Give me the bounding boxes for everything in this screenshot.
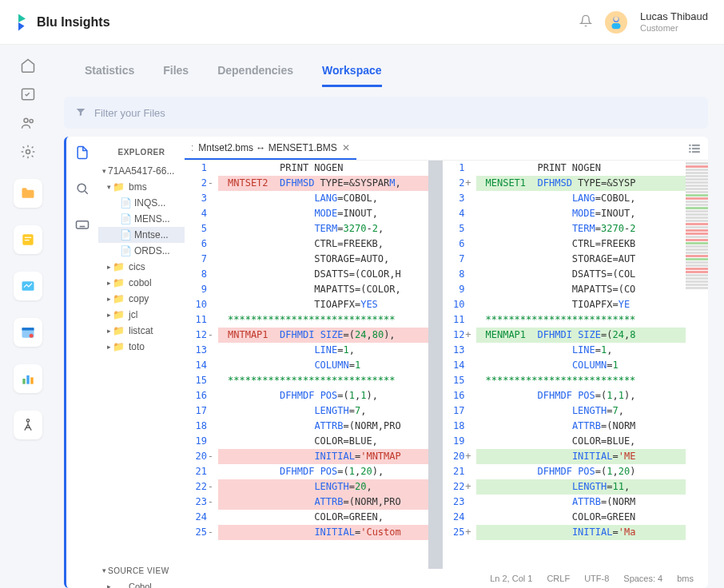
filter-placeholder: Filter your Files — [94, 107, 165, 119]
code-line[interactable]: LENGTH=7, — [476, 403, 686, 419]
code-line[interactable]: COLUMN=1 — [218, 358, 428, 373]
status-encoding[interactable]: UTF-8 — [584, 574, 609, 583]
code-line[interactable]: MODE=INOUT, — [218, 206, 428, 221]
code-line[interactable]: ***************************** — [218, 373, 428, 388]
svg-point-1 — [614, 16, 619, 21]
code-line[interactable]: MNTSET2 DFHMSD TYPE=&SYSPARM, — [218, 176, 428, 191]
status-position[interactable]: Ln 2, Col 1 — [490, 574, 532, 583]
code-line[interactable]: LENGTH=11, — [476, 479, 686, 495]
code-line[interactable]: INITIAL='Ma — [476, 525, 686, 540]
checklist-icon[interactable] — [18, 85, 38, 104]
tile-map[interactable] — [14, 272, 42, 300]
code-line[interactable]: DFHMDF POS=(1,20), — [218, 464, 428, 479]
files-icon[interactable] — [74, 145, 90, 163]
tab-statistics[interactable]: Statistics — [85, 64, 134, 87]
code-line[interactable]: LENGTH=20, — [218, 479, 428, 495]
source-view-item[interactable]: ▸Cobol — [98, 578, 185, 588]
status-bar: Ln 2, Col 1 CRLF UTF-8 Spaces: 4 bms — [185, 569, 708, 588]
notifications-icon[interactable] — [579, 14, 592, 30]
code-line[interactable]: DSATTS=(COL — [476, 267, 686, 282]
code-line[interactable]: COLOR=BLUE, — [218, 434, 428, 449]
folder-bms[interactable]: ▾📁bms — [98, 179, 185, 195]
code-line[interactable]: DSATTS=(COLOR,H — [218, 267, 428, 282]
code-line[interactable]: COLOR=BLUE, — [476, 434, 686, 449]
code-line[interactable]: DFHMDF POS=(1,1), — [218, 388, 428, 403]
status-language[interactable]: bms — [677, 574, 694, 583]
code-line[interactable]: ATTRB=(NORM,PRO — [218, 419, 428, 434]
code-line[interactable]: CTRL=FREEKB — [476, 236, 686, 252]
code-line[interactable]: CTRL=FREEKB, — [218, 236, 428, 252]
file-item[interactable]: 📄ORDS... — [98, 243, 185, 259]
code-line[interactable]: ATTRB=(NORM — [476, 495, 686, 510]
diff-separator[interactable] — [428, 161, 443, 569]
code-line[interactable]: TERM=3270-2 — [476, 221, 686, 236]
code-line[interactable]: MODE=INOUT, — [476, 206, 686, 221]
home-icon[interactable] — [18, 56, 38, 75]
code-line[interactable]: LINE=1, — [218, 343, 428, 358]
code-line[interactable]: MENMAP1 DFHMDI SIZE=(24,8 — [476, 328, 686, 343]
code-line[interactable]: ************************** — [476, 312, 686, 328]
tile-compass[interactable] — [14, 411, 42, 439]
tile-folder[interactable] — [14, 179, 42, 208]
tab-workspace[interactable]: Workspace — [322, 64, 381, 87]
tree-root[interactable]: ▾71AA5417-66... — [98, 163, 185, 179]
code-line[interactable]: ATTRB=(NORM — [476, 419, 686, 434]
code-line[interactable]: COLOR=GREEN, — [218, 510, 428, 525]
code-line[interactable]: ***************************** — [218, 312, 428, 328]
code-line[interactable]: MAPATTS=(COLOR, — [218, 282, 428, 297]
file-item[interactable]: 📄INQS... — [98, 195, 185, 211]
code-line[interactable]: INITIAL='ME — [476, 449, 686, 464]
keyboard-icon[interactable] — [74, 217, 90, 235]
code-line[interactable]: LANG=COBOL, — [218, 191, 428, 206]
file-item-selected[interactable]: 📄Mntse... — [98, 227, 185, 243]
code-line[interactable]: ************************** — [476, 373, 686, 388]
file-item[interactable]: 📄MENS... — [98, 211, 185, 227]
status-eol[interactable]: CRLF — [547, 574, 570, 583]
code-line[interactable]: PRINT NOGEN — [218, 161, 428, 176]
folder-copy[interactable]: ▸📁copy — [98, 291, 185, 307]
code-line[interactable]: TIOAPFX=YES — [218, 297, 428, 312]
users-icon[interactable] — [18, 113, 38, 133]
diff-editor[interactable]: 12-3456789101112-1314151617181920-2122-2… — [185, 161, 708, 569]
list-view-icon[interactable] — [687, 141, 702, 158]
code-line[interactable]: LINE=1, — [476, 343, 686, 358]
close-icon[interactable]: ✕ — [342, 142, 350, 153]
folder-listcat[interactable]: ▸📁listcat — [98, 323, 185, 339]
code-line[interactable]: MNTMAP1 DFHMDI SIZE=(24,80), — [218, 328, 428, 343]
code-line[interactable]: DFHMDF POS=(1,1), — [476, 388, 686, 403]
code-line[interactable]: COLUMN=1 — [476, 358, 686, 373]
gear-icon[interactable] — [18, 142, 38, 161]
code-line[interactable]: MAPATTS=(CO — [476, 282, 686, 297]
code-line[interactable]: TERM=3270-2, — [218, 221, 428, 236]
editor-tab[interactable]: : Mntset2.bms ↔ MENSET1.BMS ✕ — [185, 137, 356, 160]
code-line[interactable]: INITIAL='Custom — [218, 525, 428, 540]
code-line[interactable]: COLOR=GREEN — [476, 510, 686, 525]
code-line[interactable]: STORAGE=AUTO, — [218, 252, 428, 267]
folder-cics[interactable]: ▸📁cics — [98, 259, 185, 275]
folder-toto[interactable]: ▸📁toto — [98, 339, 185, 355]
code-line[interactable]: TIOAPFX=YE — [476, 297, 686, 312]
tab-files[interactable]: Files — [163, 64, 189, 87]
code-line[interactable]: LENGTH=7, — [218, 403, 428, 419]
tab-dependencies[interactable]: Dependencies — [217, 64, 293, 87]
code-line[interactable]: INITIAL='MNTMAP — [218, 449, 428, 464]
source-view-title[interactable]: ▾SOURCE VIEW — [98, 562, 185, 578]
tile-calendar[interactable] — [14, 318, 42, 347]
code-line[interactable]: STORAGE=AUT — [476, 252, 686, 267]
folder-jcl[interactable]: ▸📁jcl — [98, 307, 185, 323]
app-logo[interactable]: Blu Insights — [16, 14, 110, 31]
code-line[interactable]: LANG=COBOL, — [476, 191, 686, 206]
code-line[interactable]: DFHMDF POS=(1,20) — [476, 464, 686, 479]
tile-notes[interactable] — [14, 225, 42, 254]
user-info[interactable]: Lucas Thibaud Customer — [640, 10, 708, 34]
tile-chart[interactable] — [14, 364, 42, 393]
folder-cobol[interactable]: ▸📁cobol — [98, 275, 185, 291]
filter-bar[interactable]: Filter your Files — [64, 97, 708, 129]
code-line[interactable]: ATTRB=(NORM,PRO — [218, 495, 428, 510]
code-line[interactable]: MENSET1 DFHMSD TYPE=&SYSP — [476, 176, 686, 191]
avatar[interactable] — [605, 11, 627, 34]
status-spaces[interactable]: Spaces: 4 — [623, 574, 662, 583]
search-icon[interactable] — [74, 181, 90, 199]
minimap[interactable] — [686, 161, 708, 569]
code-line[interactable]: PRINT NOGEN — [476, 161, 686, 176]
